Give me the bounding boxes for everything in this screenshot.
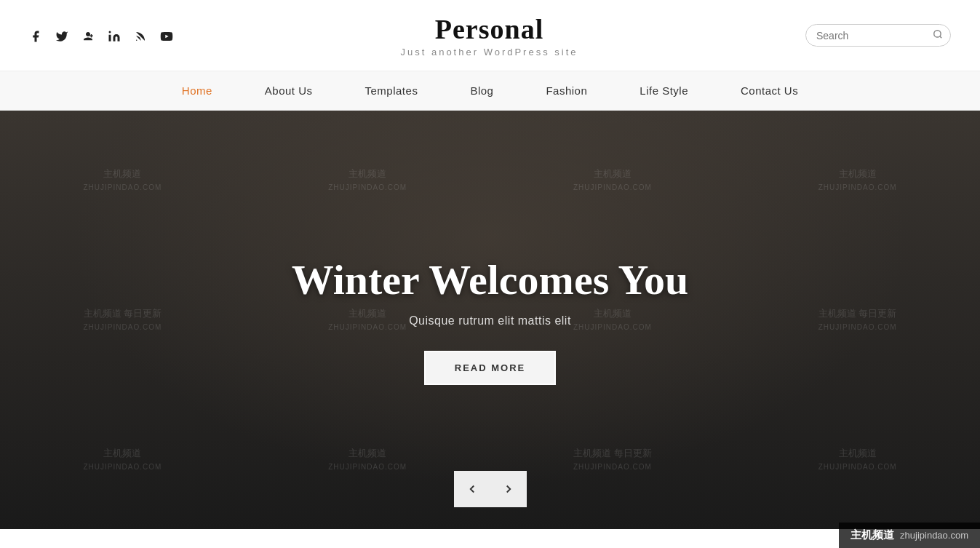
hero-content: Winter Welcomes You Quisque rutrum elit …: [277, 241, 704, 400]
hero-read-more-button[interactable]: READ MORE: [424, 351, 556, 385]
main-nav: Home About Us Templates Blog Fashion Lif…: [0, 71, 980, 111]
nav-item-lifestyle[interactable]: Life Style: [613, 71, 714, 110]
nav-item-fashion[interactable]: Fashion: [519, 71, 613, 110]
social-icons-group: [29, 28, 173, 43]
search-box: [805, 24, 951, 47]
rss-icon[interactable]: [134, 28, 147, 43]
hero-title: Winter Welcomes You: [292, 255, 689, 304]
facebook-icon[interactable]: [29, 28, 42, 43]
svg-line-4: [940, 36, 942, 39]
linkedin-icon[interactable]: [108, 28, 121, 43]
site-tagline: Just another WordPress site: [400, 47, 578, 57]
slider-controls: [454, 471, 527, 507]
watermark-cn: 主机频道: [850, 528, 894, 529]
slider-next-button[interactable]: [490, 471, 527, 507]
nav-item-templates[interactable]: Templates: [339, 71, 445, 110]
slider-prev-button[interactable]: [454, 471, 490, 507]
nav-items-list: Home About Us Templates Blog Fashion Lif…: [156, 71, 824, 110]
search-button[interactable]: [933, 29, 943, 41]
search-input[interactable]: [816, 30, 933, 41]
watermark-bar: 主机频道 zhujipindao.com: [839, 523, 980, 529]
nav-item-blog[interactable]: Blog: [444, 71, 519, 110]
google-plus-icon[interactable]: [81, 28, 95, 43]
svg-point-0: [109, 31, 111, 33]
nav-item-home[interactable]: Home: [156, 71, 239, 110]
site-header: Personal Just another WordPress site: [0, 0, 980, 71]
svg-point-3: [934, 31, 941, 37]
svg-point-1: [136, 39, 138, 41]
nav-item-contact[interactable]: Contact Us: [714, 71, 824, 110]
site-title-block: Personal Just another WordPress site: [400, 13, 578, 57]
hero-subtitle: Quisque rutrum elit mattis elit: [292, 314, 689, 327]
hero-section: 主机频道 ZHUJIPINDAO.COM 主机频道 ZHUJIPINDAO.CO…: [0, 111, 980, 529]
youtube-icon[interactable]: [160, 28, 173, 43]
twitter-icon[interactable]: [55, 28, 68, 43]
nav-item-about[interactable]: About Us: [239, 71, 339, 110]
site-title: Personal: [400, 13, 578, 45]
